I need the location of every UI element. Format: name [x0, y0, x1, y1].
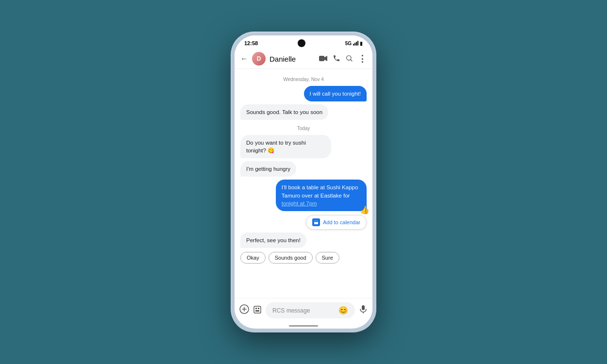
quick-reply-sure[interactable]: Sure	[316, 252, 339, 264]
message-text: I'm getting hungry	[246, 166, 290, 172]
message-input-wrap[interactable]: RCS message 😊	[266, 302, 355, 318]
quick-replies-row: Okay Sounds good Sure	[240, 252, 367, 264]
contact-name: Danielle	[270, 55, 315, 63]
message-text: Perfect, see you then!	[246, 237, 301, 243]
svg-rect-11	[254, 306, 261, 313]
chat-area: Wednesday, Nov 4 I will call you tonight…	[235, 69, 372, 298]
calendar-chip-row: Add to calendar	[240, 214, 367, 230]
message-text: Do you want to try sushi tonight? 😋	[246, 140, 306, 153]
message-text: I will call you tonight!	[310, 91, 361, 97]
avatar: D	[252, 52, 266, 66]
message-row-sent-1: I will call you tonight!	[240, 86, 367, 101]
camera-notch	[298, 39, 305, 47]
voice-input-icon[interactable]	[359, 305, 368, 316]
emoji-picker-icon[interactable]: 😊	[338, 306, 348, 315]
phone-device: 12:58 5G ▮ ← D Danielle	[231, 32, 376, 332]
search-icon[interactable]	[345, 54, 353, 64]
message-row-sent-2: I'll book a table at Sushi Kappo Tamuro …	[240, 180, 367, 211]
add-to-calendar-chip[interactable]: Add to calendar	[306, 215, 367, 230]
quick-reply-label: Sounds good	[275, 255, 306, 261]
bubble-sent: I will call you tonight!	[304, 86, 367, 101]
phone-screen: 12:58 5G ▮ ← D Danielle	[235, 35, 372, 329]
app-bar: ← D Danielle ⋮	[235, 49, 372, 69]
message-text-before-link: I'll book a table at Sushi Kappo Tamuro …	[282, 184, 358, 198]
quick-reply-label: Okay	[247, 255, 259, 261]
date-separator-today: Today	[240, 126, 367, 131]
svg-rect-7	[317, 220, 317, 221]
back-button[interactable]: ←	[240, 54, 248, 63]
quick-reply-sounds-good[interactable]: Sounds good	[269, 252, 313, 264]
svg-line-3	[351, 60, 352, 61]
svg-rect-12	[255, 308, 257, 309]
date-separator-past: Wednesday, Nov 4	[240, 77, 367, 82]
status-icons: 5G ▮	[345, 41, 363, 46]
message-row-received-1: Sounds good. Talk to you soon	[240, 104, 367, 120]
phone-call-icon[interactable]	[333, 54, 340, 64]
message-row-received-4: Perfect, see you then!	[240, 232, 367, 248]
message-input-placeholder[interactable]: RCS message	[272, 307, 338, 314]
svg-marker-1	[324, 56, 327, 61]
video-call-icon[interactable]	[319, 55, 328, 63]
bubble-received: Do you want to try sushi tonight? 😋	[240, 135, 331, 158]
svg-rect-14	[255, 310, 259, 312]
status-time: 12:58	[244, 40, 258, 46]
svg-rect-5	[314, 221, 318, 222]
message-text: Sounds good. Talk to you soon	[246, 109, 322, 115]
message-row-received-2: Do you want to try sushi tonight? 😋	[240, 135, 367, 158]
avatar-initial: D	[257, 55, 261, 62]
calendar-icon	[312, 218, 320, 226]
network-label: 5G	[345, 41, 352, 46]
calendar-chip-label: Add to calendar	[323, 219, 360, 225]
input-bar: RCS message 😊	[235, 298, 372, 325]
svg-rect-0	[319, 56, 324, 61]
thumbs-up-reaction: 👍	[360, 205, 370, 215]
more-options-icon[interactable]: ⋮	[358, 53, 367, 64]
quick-reply-label: Sure	[322, 255, 333, 261]
message-link: tonight at 7pm	[282, 200, 317, 206]
signal-bars-icon	[353, 41, 358, 46]
bubble-sent-link: I'll book a table at Sushi Kappo Tamuro …	[276, 180, 367, 211]
add-attachment-icon[interactable]	[239, 304, 249, 316]
quick-reply-okay[interactable]: Okay	[240, 252, 266, 264]
bubble-received: Sounds good. Talk to you soon	[240, 104, 328, 120]
status-bar: 12:58 5G ▮	[235, 35, 372, 49]
bubble-received: Perfect, see you then!	[240, 232, 306, 248]
bubble-received: I'm getting hungry	[240, 161, 296, 177]
attach-file-icon[interactable]	[253, 305, 262, 316]
svg-rect-13	[258, 308, 259, 309]
svg-rect-6	[315, 220, 315, 221]
message-row-received-3: I'm getting hungry	[240, 161, 367, 177]
app-bar-actions: ⋮	[319, 53, 367, 64]
battery-icon: ▮	[360, 41, 363, 46]
home-indicator	[289, 325, 318, 327]
svg-rect-15	[362, 305, 365, 310]
